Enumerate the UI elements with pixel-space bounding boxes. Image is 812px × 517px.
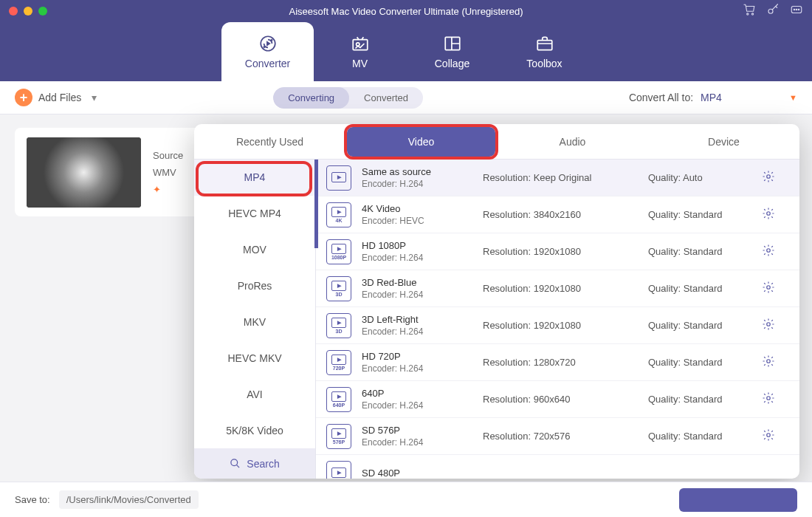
preset-item[interactable]: ▶1080PHD 1080PEncoder: H.264Resolution: …: [316, 233, 799, 270]
popover-tab-audio[interactable]: Audio: [497, 124, 648, 159]
preset-resolution: Resolution: 960x640: [483, 394, 638, 405]
preset-quality: Quality: Standard: [648, 246, 751, 257]
preset-badge-icon: ▶4K: [326, 202, 351, 227]
save-to-label: Save to:: [15, 494, 50, 505]
tab-toolbox-label: Toolbox: [526, 58, 562, 69]
preset-quality: Quality: Standard: [648, 283, 751, 294]
main-tabs: Converter MV Collage Toolbox: [0, 22, 812, 81]
preset-name: SD 576P: [362, 425, 472, 436]
preset-item[interactable]: ▶720PHD 720PEncoder: H.264Resolution: 12…: [316, 344, 799, 381]
preset-name: SD 480P: [362, 468, 472, 479]
format-item-hevc-mp4[interactable]: HEVC MP4: [194, 196, 315, 232]
format-item-mov[interactable]: MOV: [194, 232, 315, 268]
search-button[interactable]: Search: [194, 448, 315, 479]
preset-item[interactable]: ▶640P640PEncoder: H.264Resolution: 960x6…: [316, 381, 799, 418]
preset-name: 640P: [362, 388, 472, 399]
convert-all-to[interactable]: Convert All to: MP4 ▼: [629, 92, 797, 103]
popover-tab-device[interactable]: Device: [648, 124, 799, 159]
window-controls: [9, 7, 47, 16]
gear-icon[interactable]: [762, 318, 775, 334]
svg-point-18: [767, 322, 771, 326]
chevron-down-icon[interactable]: ▾: [92, 92, 97, 103]
add-files-button[interactable]: + Add Files ▾: [15, 89, 97, 106]
svg-point-1: [751, 13, 753, 15]
svg-point-21: [767, 433, 771, 436]
tab-toolbox[interactable]: Toolbox: [498, 22, 591, 81]
svg-point-19: [767, 359, 771, 363]
window-title: Aiseesoft Mac Video Converter Ultimate (…: [289, 6, 523, 17]
preset-item[interactable]: ▶4K4K VideoEncoder: HEVCResolution: 3840…: [316, 196, 799, 233]
format-item-hevc-mkv[interactable]: HEVC MKV: [194, 340, 315, 376]
add-files-label: Add Files: [38, 92, 81, 103]
preset-resolution: Resolution: 1920x1080: [483, 320, 638, 331]
preset-badge-icon: ▶: [326, 165, 351, 191]
format-item-mkv[interactable]: MKV: [194, 304, 315, 340]
gear-icon[interactable]: [762, 428, 775, 445]
minimize-icon[interactable]: [24, 7, 32, 16]
svg-point-13: [231, 459, 238, 466]
preset-item[interactable]: ▶3D3D Red-BlueEncoder: H.264Resolution: …: [316, 270, 799, 307]
svg-rect-12: [537, 41, 552, 50]
preset-name: 4K Video: [362, 203, 472, 214]
preset-resolution: Resolution: 1920x1080: [483, 283, 638, 294]
svg-point-17: [767, 285, 771, 289]
gear-icon[interactable]: [762, 207, 775, 223]
preset-encoder: Encoder: H.264: [362, 400, 472, 411]
format-item-avi[interactable]: AVI: [194, 376, 315, 412]
preset-encoder: Encoder: H.264: [362, 253, 472, 263]
save-to-path[interactable]: /Users/link/Movies/Converted: [59, 490, 199, 509]
preset-quality: Quality: Standard: [648, 431, 751, 442]
format-item-mp4[interactable]: MP4: [194, 160, 315, 196]
preset-badge-icon: ▶: [326, 461, 351, 479]
preset-encoder: Encoder: H.264: [362, 290, 472, 300]
tab-converter-label: Converter: [245, 58, 290, 69]
tab-collage[interactable]: Collage: [406, 22, 498, 81]
preset-item[interactable]: ▶Same as sourceEncoder: H.264Resolution:…: [316, 160, 799, 196]
preset-badge-icon: ▶3D: [326, 276, 351, 301]
format-item-5k-8k-video[interactable]: 5K/8K Video: [194, 412, 315, 448]
segment-converted[interactable]: Converted: [349, 87, 423, 109]
tab-mv[interactable]: MV: [314, 22, 406, 81]
popover-tab-recently-used[interactable]: Recently Used: [194, 124, 345, 159]
preset-badge-icon: ▶576P: [326, 424, 351, 449]
tab-mv-label: MV: [352, 58, 368, 69]
preset-quality: Quality: Auto: [648, 172, 751, 183]
svg-rect-9: [353, 40, 368, 50]
gear-icon[interactable]: [762, 391, 775, 408]
search-label: Search: [247, 458, 279, 470]
preset-resolution: Resolution: 720x576: [483, 431, 638, 442]
preset-name: Same as source: [362, 166, 472, 177]
preset-resolution: Resolution: 1280x720: [483, 357, 638, 368]
preset-badge-icon: ▶3D: [326, 313, 351, 338]
preset-item[interactable]: ▶3D3D Left-RightEncoder: H.264Resolution…: [316, 307, 799, 344]
segment-converting[interactable]: Converting: [273, 87, 349, 109]
effects-icon[interactable]: ✦: [153, 184, 161, 195]
bottom-bar: Save to: /Users/link/Movies/Converted: [0, 482, 812, 517]
preset-quality: Quality: Standard: [648, 209, 751, 220]
popover-tab-video[interactable]: Video: [347, 127, 495, 157]
convert-all-label: Convert All to:: [629, 92, 693, 103]
format-item-prores[interactable]: ProRes: [194, 268, 315, 304]
preset-badge-icon: ▶640P: [326, 387, 351, 412]
tab-converter[interactable]: Converter: [221, 22, 314, 81]
preset-list: ▶Same as sourceEncoder: H.264Resolution:…: [316, 160, 799, 479]
gear-icon[interactable]: [762, 355, 775, 371]
preset-encoder: Encoder: H.264: [362, 437, 472, 448]
gear-icon[interactable]: [762, 244, 775, 260]
close-icon[interactable]: [9, 7, 18, 16]
preset-item[interactable]: ▶SD 480P: [316, 455, 799, 479]
svg-point-20: [767, 396, 771, 400]
gear-icon[interactable]: [762, 170, 775, 186]
preset-name: 3D Left-Right: [362, 314, 472, 325]
convert-button[interactable]: [679, 488, 797, 512]
gear-icon[interactable]: [762, 281, 775, 297]
titlebar: Aiseesoft Mac Video Converter Ultimate (…: [0, 0, 812, 22]
cart-icon[interactable]: [743, 3, 756, 19]
menu-icon[interactable]: [790, 3, 803, 19]
preset-quality: Quality: Standard: [648, 357, 751, 368]
key-icon[interactable]: [766, 3, 780, 19]
video-thumbnail[interactable]: [27, 137, 141, 208]
maximize-icon[interactable]: [38, 7, 47, 16]
preset-item[interactable]: ▶576PSD 576PEncoder: H.264Resolution: 72…: [316, 418, 799, 455]
svg-marker-8: [266, 42, 269, 45]
